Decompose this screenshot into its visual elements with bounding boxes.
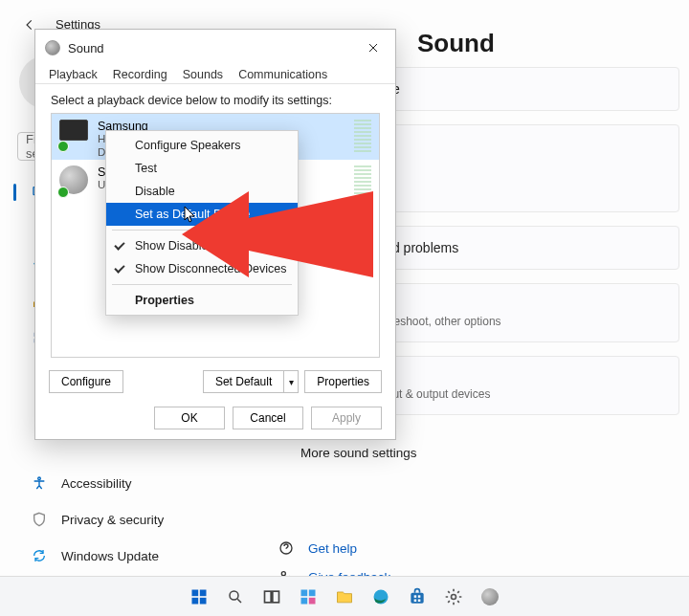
device-context-menu: Configure Speakers Test Disable Set as D… — [105, 130, 299, 316]
tab-sounds[interactable]: Sounds — [179, 66, 227, 83]
nav-privacy[interactable]: Privacy & security — [13, 503, 262, 536]
help-icon — [278, 539, 295, 557]
shield-icon — [31, 511, 48, 528]
svg-point-5 — [38, 477, 41, 480]
tab-playback[interactable]: Playback — [45, 66, 101, 83]
svg-rect-21 — [411, 592, 423, 603]
ctx-properties[interactable]: Properties — [106, 289, 298, 312]
page-title: Sound — [417, 29, 495, 58]
edge-icon[interactable] — [367, 583, 394, 610]
properties-button[interactable]: Properties — [304, 370, 382, 393]
gaming-icon — [31, 438, 48, 455]
taskview-icon[interactable] — [258, 583, 285, 610]
ctx-set-default-device[interactable]: Set as Default Device — [106, 203, 298, 226]
ctx-show-disconnected[interactable]: Show Disconnected Devices — [106, 257, 298, 280]
svg-rect-25 — [418, 599, 421, 602]
set-default-button[interactable]: Set Default — [203, 370, 283, 393]
svg-rect-17 — [309, 589, 316, 596]
svg-rect-24 — [414, 599, 417, 602]
svg-rect-23 — [418, 595, 421, 598]
level-meter — [354, 120, 371, 154]
taskbar — [0, 576, 689, 616]
nav-label: Privacy & security — [61, 513, 164, 527]
tab-recording[interactable]: Recording — [109, 66, 171, 83]
dialog-instruction: Select a playback device below to modify… — [35, 84, 395, 113]
get-help-link[interactable]: Get help — [278, 539, 390, 557]
monitor-device-icon — [59, 120, 90, 150]
configure-button[interactable]: Configure — [49, 370, 123, 393]
svg-rect-22 — [414, 595, 417, 598]
ctx-disable[interactable]: Disable — [106, 180, 298, 203]
store-icon[interactable] — [404, 583, 431, 610]
level-meter — [354, 165, 371, 200]
update-icon — [31, 547, 48, 564]
dialog-tabs: Playback Recording Sounds Communications — [35, 62, 395, 84]
svg-point-26 — [452, 594, 456, 599]
cancel-button[interactable]: Cancel — [233, 407, 303, 429]
speaker-device-icon — [59, 165, 90, 196]
check-icon — [114, 262, 124, 273]
check-icon — [114, 239, 124, 250]
ctx-separator — [112, 284, 292, 285]
nav-update[interactable]: Windows Update — [13, 539, 262, 572]
svg-rect-12 — [200, 597, 207, 604]
svg-point-13 — [230, 591, 238, 600]
sound-panel-taskbar-icon[interactable] — [477, 583, 503, 610]
set-default-split-button[interactable]: Set Default ▾ — [203, 370, 299, 393]
more-sound-settings-label[interactable]: More sound settings — [300, 446, 679, 460]
svg-rect-19 — [309, 597, 316, 604]
ok-button[interactable]: OK — [154, 407, 225, 429]
speaker-icon — [45, 40, 60, 55]
svg-rect-11 — [192, 597, 199, 604]
set-default-dropdown[interactable]: ▾ — [283, 370, 299, 393]
nav-label: Accessibility — [61, 476, 132, 491]
nav-accessibility[interactable]: Accessibility — [13, 467, 262, 499]
tab-communications[interactable]: Communications — [234, 66, 331, 83]
ctx-show-disabled[interactable]: Show Disabled Devices — [106, 234, 298, 257]
accessibility-icon — [31, 474, 48, 492]
search-icon[interactable] — [222, 583, 249, 610]
svg-rect-18 — [301, 597, 308, 604]
settings-icon[interactable] — [440, 583, 467, 610]
ctx-separator — [112, 230, 292, 231]
explorer-icon[interactable] — [331, 583, 358, 610]
start-icon[interactable] — [186, 583, 212, 610]
ctx-test[interactable]: Test — [106, 157, 298, 180]
nav-label: Windows Update — [61, 549, 159, 563]
ctx-configure-speakers[interactable]: Configure Speakers — [106, 134, 298, 157]
svg-rect-14 — [265, 591, 272, 603]
svg-rect-10 — [200, 589, 207, 596]
apply-button[interactable]: Apply — [311, 407, 382, 429]
svg-rect-16 — [301, 589, 308, 596]
dialog-title: Sound — [68, 41, 104, 55]
svg-rect-15 — [273, 591, 279, 603]
close-button[interactable] — [361, 35, 386, 60]
widgets-icon[interactable] — [295, 583, 322, 610]
svg-rect-9 — [192, 589, 199, 596]
